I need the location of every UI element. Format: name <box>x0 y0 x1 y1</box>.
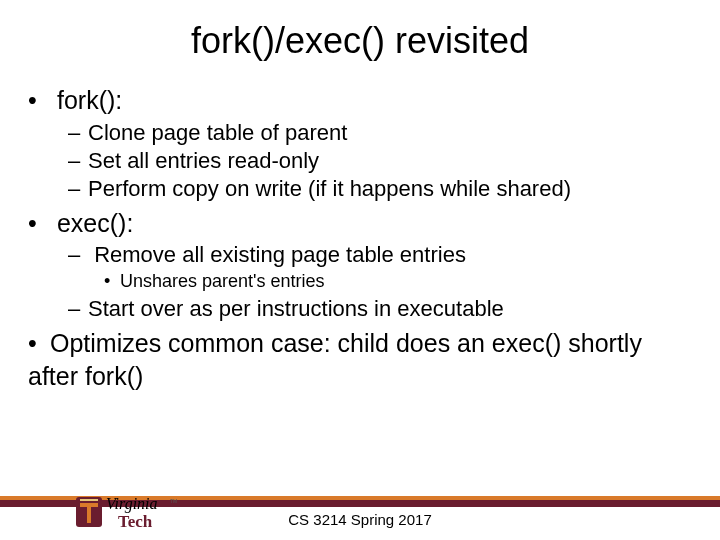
bullet-exec: exec(): Remove all existing page table e… <box>28 207 692 323</box>
bullet-text: Optimizes common case: child does an exe… <box>28 329 642 390</box>
subsublist: Unshares parent's entries <box>104 270 692 293</box>
sublist: Remove all existing page table entries U… <box>68 241 692 323</box>
bullet-text: fork(): <box>57 86 122 114</box>
slide: fork()/exec() revisited fork(): Clone pa… <box>0 0 720 540</box>
bullet-text: exec(): <box>57 209 133 237</box>
slide-title: fork()/exec() revisited <box>28 20 692 62</box>
bullet-text: Clone page table of parent <box>88 120 347 145</box>
bullet-list: fork(): Clone page table of parent Set a… <box>28 84 692 392</box>
svg-text:Virginia: Virginia <box>106 495 158 513</box>
bullet-text: Set all entries read-only <box>88 148 319 173</box>
subsub-bullet: Unshares parent's entries <box>104 270 692 293</box>
sub-bullet: Clone page table of parent <box>68 119 692 147</box>
vt-logo: Virginia Tech TM <box>76 489 186 535</box>
bullet-text: Perform copy on write (if it happens whi… <box>88 176 571 201</box>
svg-text:Tech: Tech <box>118 512 153 531</box>
sub-bullet: Start over as per instructions in execut… <box>68 295 692 323</box>
bullet-text: Unshares parent's entries <box>120 271 325 291</box>
bullet-optimize: Optimizes common case: child does an exe… <box>28 327 692 392</box>
sub-bullet: Remove all existing page table entries U… <box>68 241 692 293</box>
bullet-text: Remove all existing page table entries <box>94 242 466 267</box>
sub-bullet: Set all entries read-only <box>68 147 692 175</box>
bullet-fork: fork(): Clone page table of parent Set a… <box>28 84 692 203</box>
sublist: Clone page table of parent Set all entri… <box>68 119 692 203</box>
footer: Virginia Tech TM CS 3214 Spring 2017 <box>0 488 720 540</box>
sub-bullet: Perform copy on write (if it happens whi… <box>68 175 692 203</box>
svg-text:TM: TM <box>170 498 177 504</box>
bullet-text: Start over as per instructions in execut… <box>88 296 504 321</box>
